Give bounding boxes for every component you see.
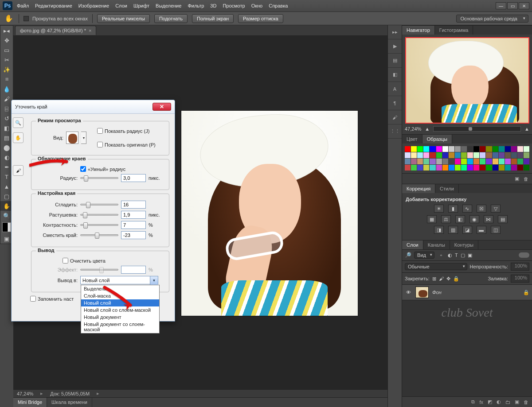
show-radius-checkbox[interactable]: Показать радиус (J)	[97, 128, 156, 134]
photo-filter-icon[interactable]: ◉	[469, 215, 479, 223]
swatch[interactable]	[517, 146, 523, 152]
marquee-tool[interactable]: ▭	[0, 45, 13, 55]
swatch[interactable]	[486, 152, 492, 158]
output-opt-new-doc-mask[interactable]: Новый документ со слоем-маской	[81, 321, 159, 333]
swatch[interactable]	[417, 152, 423, 158]
swatch[interactable]	[442, 165, 448, 171]
eyedropper-tool[interactable]: 💧	[0, 84, 13, 94]
output-opt-new-layer[interactable]: Новый слой	[81, 299, 159, 306]
swatch[interactable]	[499, 152, 505, 158]
invert-icon[interactable]: ◨	[434, 226, 444, 234]
swatch[interactable]	[423, 159, 429, 164]
smooth-slider[interactable]	[80, 204, 118, 205]
swatch[interactable]	[449, 165, 454, 171]
brush-presets-icon[interactable]: ⋮⋮	[388, 124, 402, 139]
output-to-dropdown-list[interactable]: Выделение Слой-маска Новый слой Новый сл…	[81, 285, 160, 333]
swatch[interactable]	[480, 165, 485, 171]
fit-screen-button[interactable]: Подогнать	[154, 14, 188, 23]
filter-pixel-icon[interactable]: ▫	[437, 252, 445, 258]
actual-pixels-button[interactable]: Реальные пикселы	[97, 14, 150, 23]
swatch[interactable]	[511, 152, 517, 158]
zoom-level[interactable]: 47,24%	[17, 391, 33, 396]
menu-type[interactable]: Шрифт	[133, 3, 149, 8]
swatch[interactable]	[524, 146, 529, 152]
output-opt-layer-mask[interactable]: Слой-маска	[81, 292, 159, 299]
swatch[interactable]	[511, 165, 517, 171]
output-to-dropdown[interactable]: Новый слой ▼ Выделение Слой-маска Новый …	[80, 276, 158, 284]
color-lookup-icon[interactable]: ▤	[498, 215, 508, 223]
swatch[interactable]	[524, 159, 529, 164]
swatch[interactable]	[505, 165, 511, 171]
swatch[interactable]	[405, 152, 411, 158]
output-opt-new-layer-mask[interactable]: Новый слой со слоем-маской	[81, 306, 159, 314]
swatch[interactable]	[442, 146, 448, 152]
hue-icon[interactable]: ▦	[427, 215, 437, 223]
gradient-map-icon[interactable]: ▬	[477, 226, 486, 234]
swatch[interactable]	[430, 165, 435, 171]
fill-input[interactable]: 100%	[511, 275, 529, 283]
filter-shape-icon[interactable]: ▢	[461, 252, 465, 258]
swatch[interactable]	[505, 159, 511, 164]
history-icon[interactable]: ▶	[388, 39, 402, 54]
dialog-close-button[interactable]: ✕	[153, 103, 171, 111]
menu-file[interactable]: Файл	[17, 3, 29, 8]
threshold-icon[interactable]: ◪	[462, 226, 472, 234]
scroll-all-checkbox[interactable]: Прокрутка во всех окнах	[23, 16, 88, 21]
properties-icon[interactable]: ◧	[388, 68, 402, 82]
tab-adjustments[interactable]: Коррекция	[402, 184, 435, 193]
swatch[interactable]	[461, 146, 467, 152]
layer-name[interactable]: Фон	[432, 290, 442, 295]
swatch[interactable]	[467, 152, 473, 158]
exposure-icon[interactable]: ☒	[477, 205, 486, 213]
strip-collapse-icon[interactable]: ▸▸	[388, 25, 402, 39]
document-canvas[interactable]	[181, 110, 358, 316]
output-opt-new-doc[interactable]: Новый документ	[81, 314, 159, 321]
swatch[interactable]	[430, 159, 435, 164]
feather-slider[interactable]	[80, 214, 118, 216]
contrast-slider[interactable]	[80, 224, 118, 226]
swatch[interactable]	[493, 165, 498, 171]
contrast-input[interactable]	[121, 221, 146, 229]
swatch[interactable]	[499, 159, 505, 164]
print-size-button[interactable]: Размер оттиска	[238, 14, 283, 23]
swatch[interactable]	[436, 159, 442, 164]
swatch[interactable]	[517, 152, 523, 158]
swatch[interactable]	[486, 146, 492, 152]
smart-radius-checkbox[interactable]: «Умный» радиус	[80, 166, 125, 172]
blend-mode-dropdown[interactable]: Обычные	[405, 263, 467, 270]
swatch[interactable]	[511, 146, 517, 152]
swatch[interactable]	[486, 159, 492, 164]
character-icon[interactable]: A	[388, 82, 402, 96]
swatch[interactable]	[493, 159, 498, 164]
magic-wand-tool[interactable]: ✨	[0, 65, 13, 74]
adjustment-layer-icon[interactable]: ◐	[497, 399, 501, 405]
swatch[interactable]	[461, 165, 467, 171]
swatch[interactable]	[499, 165, 505, 171]
menu-image[interactable]: Изображение	[78, 3, 109, 8]
swatch[interactable]	[455, 165, 461, 171]
menu-filter[interactable]: Фильтр	[188, 3, 204, 8]
group-icon[interactable]: 🗀	[505, 399, 510, 405]
radius-slider[interactable]	[80, 177, 118, 179]
swatch[interactable]	[524, 165, 529, 171]
swatch[interactable]	[461, 159, 467, 164]
view-thumbnail[interactable]	[66, 132, 78, 144]
opacity-input[interactable]: 100%	[511, 263, 529, 271]
menu-layer[interactable]: Слои	[115, 3, 127, 8]
swatch[interactable]	[455, 152, 461, 158]
filter-toggle[interactable]	[519, 252, 529, 258]
selective-color-icon[interactable]: ◫	[491, 226, 501, 234]
swatch[interactable]	[480, 159, 485, 164]
swatch[interactable]	[411, 146, 417, 152]
paragraph-icon[interactable]: ¶	[388, 96, 402, 110]
zoom-out-icon[interactable]: ▲	[425, 126, 430, 132]
lock-position-icon[interactable]: ✥	[446, 276, 450, 282]
filter-type-icon[interactable]: T	[455, 252, 458, 258]
swatch[interactable]	[436, 152, 442, 158]
levels-icon[interactable]: ▮	[448, 205, 458, 213]
layer-thumbnail[interactable]	[415, 287, 429, 298]
feather-input[interactable]	[121, 211, 146, 219]
tab-color[interactable]: Цвет	[402, 135, 422, 143]
swatch[interactable]	[473, 146, 479, 152]
vibrance-icon[interactable]: ▽	[491, 205, 501, 213]
